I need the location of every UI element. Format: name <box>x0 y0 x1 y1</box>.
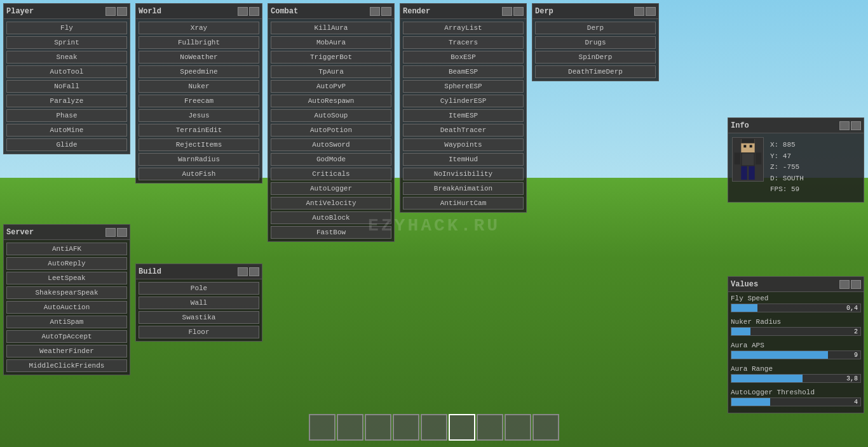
btn-itemesp[interactable]: ItemESP <box>403 109 524 122</box>
btn-nuker[interactable]: Nuker <box>139 80 259 93</box>
info-panel-btn1[interactable] <box>839 121 850 130</box>
btn-xray[interactable]: Xray <box>139 22 259 34</box>
btn-autorespawn[interactable]: AutoRespawn <box>271 95 391 107</box>
btn-itemhud[interactable]: ItemHud <box>403 153 524 166</box>
hotbar-slot-8[interactable] <box>505 414 531 441</box>
btn-waypoints[interactable]: Waypoints <box>403 138 524 151</box>
btn-autofish[interactable]: AutoFish <box>139 168 259 180</box>
btn-phase[interactable]: Phase <box>6 109 127 122</box>
server-panel-btn1[interactable] <box>105 228 116 237</box>
hotbar-slot-3[interactable] <box>365 414 391 441</box>
btn-paralyze[interactable]: Paralyze <box>6 95 127 107</box>
btn-spinerp[interactable]: SpinDerp <box>535 51 656 63</box>
slider-aurarange-track[interactable]: 3,8 <box>731 374 861 383</box>
btn-freecam[interactable]: Freecam <box>139 95 259 107</box>
render-panel-btn1[interactable] <box>502 7 512 16</box>
btn-warnradius[interactable]: WarnRadius <box>139 153 259 166</box>
slider-flyspeed-track[interactable]: 0,4 <box>731 304 861 312</box>
btn-autoblock[interactable]: AutoBlock <box>271 211 391 224</box>
info-panel-btn2[interactable] <box>851 121 861 130</box>
btn-beamesp[interactable]: BeamESP <box>403 65 524 78</box>
info-stats: X: 885 Y: 47 Z: -755 D: SOUTH FPS: 59 <box>768 137 806 198</box>
btn-autologger[interactable]: AutoLogger <box>271 182 391 195</box>
world-panel-btn2[interactable] <box>249 7 259 16</box>
btn-fly[interactable]: Fly <box>6 22 127 34</box>
btn-autoreply[interactable]: AutoReply <box>6 257 127 270</box>
slider-auraaps-track[interactable]: 9 <box>731 350 861 359</box>
btn-fullbright[interactable]: Fullbright <box>139 36 259 49</box>
btn-rejectitems[interactable]: RejectItems <box>139 138 259 151</box>
values-panel-btn2[interactable] <box>851 280 861 289</box>
btn-autotpaccept[interactable]: AutoTpAccept <box>6 330 127 343</box>
btn-drugs[interactable]: Drugs <box>535 36 656 49</box>
btn-pole[interactable]: Pole <box>139 282 259 295</box>
btn-killaura[interactable]: KillAura <box>271 22 391 34</box>
btn-derp[interactable]: Derp <box>535 22 656 34</box>
server-panel-btn2[interactable] <box>117 228 127 237</box>
btn-tracers[interactable]: Tracers <box>403 36 524 49</box>
btn-sphereesp[interactable]: SphereESP <box>403 80 524 93</box>
btn-deathtimerp[interactable]: DeathTimeDerp <box>535 65 656 78</box>
btn-leetspeak[interactable]: LeetSpeak <box>6 272 127 284</box>
btn-sneak[interactable]: Sneak <box>6 51 127 63</box>
server-panel: Server AntiAFK AutoReply LeetSpeak Shake… <box>3 224 130 375</box>
btn-glide[interactable]: Glide <box>6 138 127 151</box>
btn-autosword[interactable]: AutoSword <box>271 138 391 151</box>
btn-cylinderesp[interactable]: CylinderESP <box>403 95 524 107</box>
btn-middleclickfriends[interactable]: MiddleClickFriends <box>6 359 127 372</box>
btn-autoauction[interactable]: AutoAuction <box>6 301 127 314</box>
hotbar-slot-5[interactable] <box>421 414 447 441</box>
hotbar-slot-4[interactable] <box>393 414 419 441</box>
build-panel-btn1[interactable] <box>238 267 248 276</box>
btn-antiafk[interactable]: AntiAFK <box>6 243 127 255</box>
world-panel-btn1[interactable] <box>238 7 248 16</box>
build-panel-btn2[interactable] <box>249 267 259 276</box>
values-panel-btn1[interactable] <box>839 280 850 289</box>
btn-boxesp[interactable]: BoxESP <box>403 51 524 63</box>
btn-floor[interactable]: Floor <box>139 326 259 338</box>
btn-antispam[interactable]: AntiSpam <box>6 316 127 328</box>
btn-godmode[interactable]: GodMode <box>271 153 391 166</box>
derp-panel-btn2[interactable] <box>646 7 656 16</box>
btn-nofall[interactable]: NoFall <box>6 80 127 93</box>
btn-noinvisibility[interactable]: NoInvisibility <box>403 168 524 180</box>
hotbar-slot-1[interactable] <box>309 414 336 441</box>
btn-autopotion[interactable]: AutoPotion <box>271 124 391 137</box>
btn-shakespearspeak[interactable]: ShakespearSpeak <box>6 286 127 299</box>
btn-wall[interactable]: Wall <box>139 297 259 309</box>
hotbar-slot-9[interactable] <box>532 414 559 441</box>
btn-tpaura[interactable]: TpAura <box>271 65 391 78</box>
hotbar-slot-7[interactable] <box>477 414 503 441</box>
btn-antihurtcam[interactable]: AntiHurtCam <box>403 197 524 210</box>
btn-deathtracer[interactable]: DeathTracer <box>403 124 524 137</box>
slider-nukerradius-track[interactable]: 2 <box>731 327 861 336</box>
btn-autopvp[interactable]: AutoPvP <box>271 80 391 93</box>
btn-autotool[interactable]: AutoTool <box>6 65 127 78</box>
btn-weatherfinder[interactable]: WeatherFinder <box>6 345 127 357</box>
render-panel-btn2[interactable] <box>513 7 524 16</box>
hotbar-slot-6[interactable] <box>449 414 475 441</box>
btn-autosoup[interactable]: AutoSoup <box>271 109 391 122</box>
btn-speedmine[interactable]: Speedmine <box>139 65 259 78</box>
player-panel-btn2[interactable] <box>117 7 127 16</box>
combat-panel-btn1[interactable] <box>370 7 380 16</box>
btn-sprint[interactable]: Sprint <box>6 36 127 49</box>
btn-automine[interactable]: AutoMine <box>6 124 127 137</box>
player-panel-btn1[interactable] <box>105 7 116 16</box>
derp-panel-btn1[interactable] <box>634 7 644 16</box>
btn-antivelocity[interactable]: AntiVelocity <box>271 197 391 210</box>
btn-terrainedit[interactable]: TerrainEdit <box>139 124 259 137</box>
btn-arraylist[interactable]: ArrayList <box>403 22 524 34</box>
hotbar-slot-2[interactable] <box>337 414 363 441</box>
btn-mobaura[interactable]: MobAura <box>271 36 391 49</box>
player-panel: Player Fly Sprint Sneak AutoTool NoFall … <box>3 3 130 154</box>
btn-noweather[interactable]: NoWeather <box>139 51 259 63</box>
btn-jesus[interactable]: Jesus <box>139 109 259 122</box>
btn-fastbow[interactable]: FastBow <box>271 226 391 239</box>
btn-breakanimation[interactable]: BreakAnimation <box>403 182 524 195</box>
btn-triggerbot[interactable]: TriggerBot <box>271 51 391 63</box>
slider-autologgerthreshold-track[interactable]: 4 <box>731 397 861 406</box>
btn-swastika[interactable]: Swastika <box>139 311 259 324</box>
btn-criticals[interactable]: Criticals <box>271 168 391 180</box>
combat-panel-btn2[interactable] <box>381 7 391 16</box>
